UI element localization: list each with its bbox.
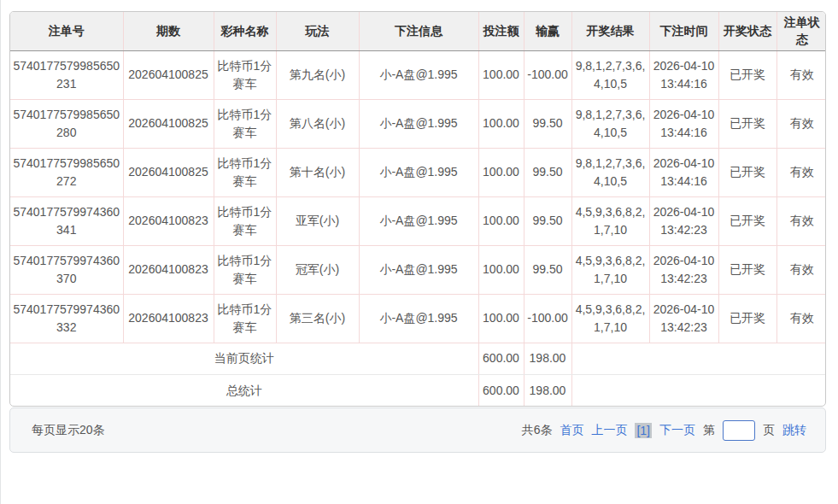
prev-page-link[interactable]: 上一页 xyxy=(591,423,627,438)
first-page-link[interactable]: 首页 xyxy=(560,423,583,438)
cell-bet-info: 小-A盘@1.995 xyxy=(359,99,478,148)
cell-amount: 100.00 xyxy=(478,99,524,148)
bet-records-table: 注单号 期数 彩种名称 玩法 下注信息 投注额 输赢 开奖结果 下注时间 开奖状… xyxy=(10,12,826,406)
cell-win-loss: -100.00 xyxy=(524,294,571,343)
page-jump-input[interactable] xyxy=(723,420,755,441)
cell-play: 第十名(小) xyxy=(276,148,359,196)
cell-result: 9,8,1,2,7,3,6,4,10,5 xyxy=(571,99,649,148)
total-count-label: 共6条 xyxy=(522,423,553,438)
cell-lottery: 比特币1分赛车 xyxy=(214,294,276,343)
cell-play: 第八名(小) xyxy=(276,99,359,148)
cell-result: 4,5,9,3,6,8,2,1,7,10 xyxy=(571,245,649,294)
cell-amount: 100.00 xyxy=(478,245,524,294)
cell-period: 202604100823 xyxy=(123,294,214,343)
cell-order-status: 有效 xyxy=(776,50,826,99)
cell-lottery: 比特币1分赛车 xyxy=(214,245,276,294)
table-header-row: 注单号 期数 彩种名称 玩法 下注信息 投注额 输赢 开奖结果 下注时间 开奖状… xyxy=(10,12,826,50)
cell-order-status: 有效 xyxy=(776,245,826,294)
next-page-link[interactable]: 下一页 xyxy=(659,423,695,438)
cell-bet-time: 2026-04-10 13:44:16 xyxy=(649,148,718,196)
cell-amount: 100.00 xyxy=(478,50,524,99)
cell-draw-status: 已开奖 xyxy=(718,245,776,294)
header-amount: 投注额 xyxy=(478,12,524,50)
cell-draw-status: 已开奖 xyxy=(718,148,776,196)
cell-bet-info: 小-A盘@1.995 xyxy=(359,196,478,245)
cell-win-loss: -100.00 xyxy=(524,50,571,99)
page: { "table": { "headers": { "order_id": "注… xyxy=(0,0,838,504)
cell-draw-status: 已开奖 xyxy=(718,99,776,148)
summary-label-total: 总统计 xyxy=(10,374,478,406)
cell-play: 亚军(小) xyxy=(276,196,359,245)
jump-button[interactable]: 跳转 xyxy=(782,423,806,438)
cell-bet-info: 小-A盘@1.995 xyxy=(359,50,478,99)
summary-label-current-page: 当前页统计 xyxy=(10,343,478,374)
cell-win-loss: 99.50 xyxy=(524,99,571,148)
cell-order-id: 5740177579985650272 xyxy=(10,148,123,196)
summary-win-loss-total: 198.00 xyxy=(524,374,571,406)
cell-draw-status: 已开奖 xyxy=(718,196,776,245)
summary-win-loss-current-page: 198.00 xyxy=(524,343,571,374)
pagination-bar: 每页显示20条 共6条 首页 上一页 [1] 下一页 第 页 跳转 xyxy=(9,407,826,453)
cell-order-status: 有效 xyxy=(776,294,826,343)
cell-amount: 100.00 xyxy=(478,294,524,343)
cell-result: 4,5,9,3,6,8,2,1,7,10 xyxy=(571,196,649,245)
header-win-loss: 输赢 xyxy=(524,12,571,50)
cell-win-loss: 99.50 xyxy=(524,148,571,196)
cell-period: 202604100823 xyxy=(123,196,214,245)
jump-prefix-label: 第 xyxy=(703,423,715,438)
cell-amount: 100.00 xyxy=(478,196,524,245)
header-result: 开奖结果 xyxy=(571,12,649,50)
cell-draw-status: 已开奖 xyxy=(718,50,776,99)
summary-amount-total: 600.00 xyxy=(478,374,524,406)
cell-order-id: 5740177579985650280 xyxy=(10,99,123,148)
bet-records-table-card: 注单号 期数 彩种名称 玩法 下注信息 投注额 输赢 开奖结果 下注时间 开奖状… xyxy=(9,11,826,407)
summary-row-total: 总统计 600.00 198.00 xyxy=(10,374,826,406)
table-body: 5740177579985650231 202604100825 比特币1分赛车… xyxy=(10,50,826,343)
cell-bet-info: 小-A盘@1.995 xyxy=(359,148,478,196)
cell-order-status: 有效 xyxy=(776,148,826,196)
header-period: 期数 xyxy=(123,12,214,50)
cell-bet-time: 2026-04-10 13:44:16 xyxy=(649,50,718,99)
table-row: 5740177579974360332 202604100823 比特币1分赛车… xyxy=(10,294,826,343)
cell-period: 202604100825 xyxy=(123,148,214,196)
cell-order-id: 5740177579985650231 xyxy=(10,50,123,99)
table-row: 5740177579985650272 202604100825 比特币1分赛车… xyxy=(10,148,826,196)
summary-amount-current-page: 600.00 xyxy=(478,343,524,374)
cell-bet-info: 小-A盘@1.995 xyxy=(359,245,478,294)
header-play: 玩法 xyxy=(276,12,359,50)
cell-lottery: 比特币1分赛车 xyxy=(214,196,276,245)
current-page-indicator[interactable]: [1] xyxy=(635,423,652,438)
jump-suffix-label: 页 xyxy=(763,423,775,438)
header-bet-info: 下注信息 xyxy=(359,12,478,50)
table-summary: 当前页统计 600.00 198.00 总统计 600.00 198.00 xyxy=(10,343,826,406)
cell-lottery: 比特币1分赛车 xyxy=(214,50,276,99)
table-row: 5740177579985650280 202604100825 比特币1分赛车… xyxy=(10,99,826,148)
cell-order-status: 有效 xyxy=(776,196,826,245)
cell-lottery: 比特币1分赛车 xyxy=(214,99,276,148)
summary-empty-total xyxy=(571,374,826,406)
cell-order-status: 有效 xyxy=(776,99,826,148)
header-order-status: 注单状态 xyxy=(776,12,826,50)
cell-play: 第九名(小) xyxy=(276,50,359,99)
cell-period: 202604100825 xyxy=(123,50,214,99)
pager: 共6条 首页 上一页 [1] 下一页 第 页 跳转 xyxy=(522,420,806,441)
cell-result: 9,8,1,2,7,3,6,4,10,5 xyxy=(571,50,649,99)
cell-bet-time: 2026-04-10 13:42:23 xyxy=(649,294,718,343)
cell-bet-time: 2026-04-10 13:42:23 xyxy=(649,196,718,245)
cell-win-loss: 99.50 xyxy=(524,245,571,294)
cell-result: 4,5,9,3,6,8,2,1,7,10 xyxy=(571,294,649,343)
table-row: 5740177579974360341 202604100823 比特币1分赛车… xyxy=(10,196,826,245)
cell-bet-info: 小-A盘@1.995 xyxy=(359,294,478,343)
header-order-id: 注单号 xyxy=(10,12,123,50)
cell-bet-time: 2026-04-10 13:44:16 xyxy=(649,99,718,148)
header-draw-status: 开奖状态 xyxy=(718,12,776,50)
cell-order-id: 5740177579974360370 xyxy=(10,245,123,294)
summary-row-current-page: 当前页统计 600.00 198.00 xyxy=(10,343,826,374)
cell-lottery: 比特币1分赛车 xyxy=(214,148,276,196)
cell-order-id: 5740177579974360332 xyxy=(10,294,123,343)
table-row: 5740177579985650231 202604100825 比特币1分赛车… xyxy=(10,50,826,99)
cell-play: 第三名(小) xyxy=(276,294,359,343)
header-lottery: 彩种名称 xyxy=(214,12,276,50)
cell-period: 202604100823 xyxy=(123,245,214,294)
summary-empty-current-page xyxy=(571,343,826,374)
